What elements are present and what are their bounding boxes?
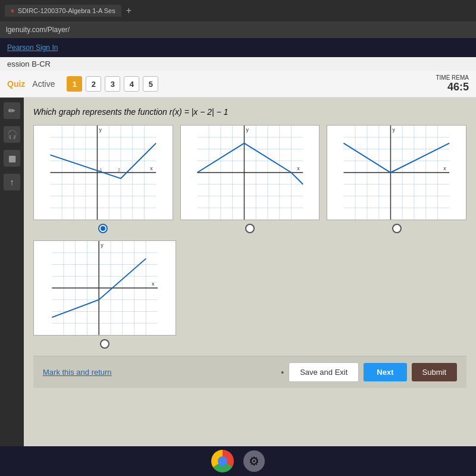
upload-icon[interactable]: ↑ xyxy=(4,174,20,190)
graph-svg-2: x y xyxy=(181,126,320,220)
address-bar[interactable]: lgenuity.com/Player/ xyxy=(0,21,476,38)
svg-text:-1: -1 xyxy=(98,168,102,172)
question-2-btn[interactable]: 2 xyxy=(86,76,101,92)
radio-graph-1[interactable] xyxy=(98,224,108,233)
radio-graph-4[interactable] xyxy=(100,339,109,349)
graph-option-3[interactable]: x y xyxy=(327,125,466,233)
top-nav: Pearson Sign In xyxy=(0,38,476,57)
graphs-grid: x y -1 2 xyxy=(33,125,466,233)
headphone-icon[interactable]: 🎧 xyxy=(4,126,20,143)
content-area: ✏ 🎧 ▦ ↑ Which graph represents the funct… xyxy=(0,98,476,476)
question-5-btn[interactable]: 5 xyxy=(143,76,158,92)
time-remaining: TIME REMA 46:5 xyxy=(436,74,469,93)
submit-button[interactable]: Submit xyxy=(412,363,457,381)
save-exit-button[interactable]: Save and Exit xyxy=(289,362,359,382)
graph-option-4[interactable]: x y xyxy=(33,240,176,349)
graph-option-2[interactable]: x y xyxy=(180,125,320,233)
graph-box-3[interactable]: x y xyxy=(327,125,466,220)
graph-box-4[interactable]: x y xyxy=(33,240,176,336)
svg-text:y: y xyxy=(99,127,102,133)
pencil-icon[interactable]: ✏ xyxy=(4,102,20,119)
footer-right: • Save and Exit Next Submit xyxy=(281,362,457,382)
question-text: Which graph represents the function r(x)… xyxy=(33,107,466,117)
svg-text:x: x xyxy=(297,165,300,171)
question-numbers: 1 2 3 4 5 xyxy=(67,76,158,92)
close-icon[interactable]: × xyxy=(11,8,14,14)
graph-svg-4: x y xyxy=(34,241,176,335)
pearson-link[interactable]: Pearson Sign In xyxy=(7,43,58,52)
svg-text:2: 2 xyxy=(118,168,120,172)
dot-separator: • xyxy=(281,368,284,377)
svg-text:y: y xyxy=(246,127,249,133)
question-3-btn[interactable]: 3 xyxy=(105,76,120,92)
question-4-btn[interactable]: 4 xyxy=(124,76,139,92)
new-tab-button[interactable]: + xyxy=(126,5,131,16)
graph-box-2[interactable]: x y xyxy=(180,125,320,220)
quiz-header: Quiz Active 1 2 3 4 5 TIME REMA 46:5 xyxy=(0,71,476,98)
time-label: TIME REMA xyxy=(436,74,469,81)
browser-chrome: × SDIRC-1200370-Algebra 1-A Ses + lgenui… xyxy=(0,0,476,38)
quiz-footer: Mark this and return • Save and Exit Nex… xyxy=(33,356,466,388)
svg-text:y: y xyxy=(101,242,104,248)
sidebar: ✏ 🎧 ▦ ↑ xyxy=(0,98,24,476)
url-text: lgenuity.com/Player/ xyxy=(6,26,70,34)
time-value: 46:5 xyxy=(436,81,469,93)
active-status: Active xyxy=(32,79,55,89)
taskbar: ⚙ xyxy=(0,446,476,476)
mark-return-link[interactable]: Mark this and return xyxy=(43,368,112,377)
main-content: Pearson Sign In ession B-CR Quiz Active … xyxy=(0,38,476,476)
svg-text:x: x xyxy=(152,281,155,287)
session-bar: ession B-CR xyxy=(0,57,476,71)
session-label: ession B-CR xyxy=(7,60,51,68)
calculator-icon[interactable]: ▦ xyxy=(4,150,20,167)
tab-title: SDIRC-1200370-Algebra 1-A Ses xyxy=(18,7,115,14)
question-1-btn[interactable]: 1 xyxy=(67,76,82,92)
graph-box-1[interactable]: x y -1 2 xyxy=(33,125,173,220)
next-button[interactable]: Next xyxy=(364,363,406,381)
quiz-content: Which graph represents the function r(x)… xyxy=(24,98,476,476)
graph-svg-3: x y xyxy=(327,126,466,220)
bottom-graph-row: x y xyxy=(33,240,466,349)
svg-text:x: x xyxy=(444,165,447,171)
radio-graph-2[interactable] xyxy=(245,224,255,233)
radio-graph-3[interactable] xyxy=(392,224,402,233)
graph-option-1[interactable]: x y -1 2 xyxy=(33,125,173,233)
settings-icon[interactable]: ⚙ xyxy=(243,450,265,472)
quiz-label: Quiz xyxy=(7,79,25,89)
svg-text:x: x xyxy=(150,165,153,171)
browser-tab-bar: × SDIRC-1200370-Algebra 1-A Ses + xyxy=(0,0,476,21)
active-tab[interactable]: × SDIRC-1200370-Algebra 1-A Ses xyxy=(5,5,121,17)
graph-svg-1: x y -1 2 xyxy=(34,126,173,220)
chrome-icon[interactable] xyxy=(211,450,234,472)
svg-text:y: y xyxy=(393,127,396,133)
